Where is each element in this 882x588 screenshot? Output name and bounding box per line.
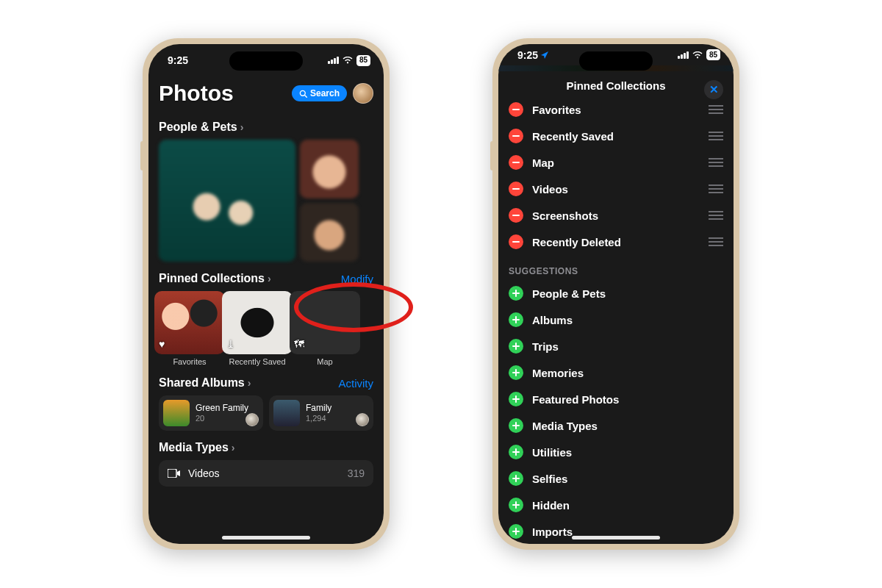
- row-label: Utilities: [532, 446, 723, 459]
- member-avatar: [356, 413, 369, 426]
- video-icon: [168, 469, 181, 478]
- suggestion-list-row[interactable]: Media Types: [509, 413, 723, 438]
- cellular-signal-icon: [328, 57, 339, 64]
- battery-indicator: 85: [706, 49, 720, 60]
- row-label: Videos: [532, 183, 700, 196]
- remove-button[interactable]: [509, 129, 523, 143]
- suggestions-heading: Suggestions: [509, 256, 723, 279]
- pinned-tile[interactable]: 🗺Map: [294, 291, 356, 366]
- location-arrow-icon: [541, 51, 548, 59]
- drag-handle-icon[interactable]: [709, 132, 723, 140]
- remove-button[interactable]: [509, 208, 523, 223]
- section-pinned-collections[interactable]: Pinned Collections›: [159, 272, 271, 285]
- suggestion-list-row[interactable]: Hidden: [509, 492, 723, 517]
- dynamic-island: [229, 51, 303, 71]
- add-button[interactable]: [509, 471, 523, 486]
- media-type-label: Videos: [188, 467, 340, 479]
- suggestion-list-row[interactable]: People & Pets: [509, 281, 723, 306]
- add-button[interactable]: [509, 312, 523, 327]
- modify-button[interactable]: Modify: [341, 273, 373, 285]
- drag-handle-icon[interactable]: [709, 105, 723, 114]
- section-shared-albums[interactable]: Shared Albums›: [159, 376, 251, 390]
- add-button[interactable]: [509, 418, 523, 433]
- shared-thumb: [163, 400, 190, 426]
- activity-button[interactable]: Activity: [338, 377, 373, 390]
- media-type-count: 319: [348, 467, 365, 479]
- row-label: Trips: [532, 340, 723, 353]
- pinned-list-row[interactable]: Screenshots: [509, 203, 723, 228]
- row-label: People & Pets: [532, 287, 723, 300]
- remove-button[interactable]: [509, 234, 523, 249]
- home-indicator[interactable]: [222, 536, 310, 539]
- section-media-types[interactable]: Media Types›: [159, 441, 235, 454]
- pinned-tile[interactable]: ⤓Recently Saved: [226, 291, 288, 366]
- add-button[interactable]: [509, 392, 523, 406]
- shared-album-name: Family: [306, 404, 331, 413]
- shared-album-card[interactable]: Family1,294: [269, 395, 373, 431]
- people-tile[interactable]: [300, 203, 359, 262]
- add-button[interactable]: [509, 365, 523, 380]
- cellular-signal-icon: [678, 51, 689, 59]
- row-label: Hidden: [532, 499, 723, 512]
- add-button[interactable]: [509, 524, 523, 539]
- add-button[interactable]: [509, 498, 523, 512]
- row-label: Selfies: [532, 473, 723, 485]
- add-button[interactable]: [509, 445, 523, 459]
- pinned-caption: Recently Saved: [229, 357, 285, 366]
- sheet-title: Pinned Collections: [566, 79, 665, 92]
- remove-button[interactable]: [509, 102, 523, 117]
- row-label: Recently Saved: [532, 130, 700, 143]
- pinned-list-row[interactable]: Favorites: [509, 97, 723, 122]
- suggestion-list-row[interactable]: Memories: [509, 360, 723, 385]
- search-button[interactable]: Search: [292, 85, 347, 101]
- suggestion-list-row[interactable]: Imports: [509, 519, 723, 544]
- suggestion-list-row[interactable]: Albums: [509, 307, 723, 332]
- pinned-list-row[interactable]: Recently Deleted: [509, 229, 723, 254]
- shared-thumb: [273, 400, 300, 426]
- drag-handle-icon[interactable]: [709, 211, 723, 220]
- section-label: Media Types: [159, 441, 229, 454]
- media-type-row[interactable]: Videos 319: [159, 460, 373, 487]
- row-label: Featured Photos: [532, 393, 723, 406]
- drag-handle-icon[interactable]: [709, 158, 723, 167]
- remove-button[interactable]: [509, 182, 523, 196]
- row-label: Media Types: [532, 420, 723, 432]
- drag-handle-icon[interactable]: [709, 184, 723, 193]
- people-tile[interactable]: [300, 140, 359, 198]
- row-label: Albums: [532, 314, 723, 326]
- suggestion-list-row[interactable]: Trips: [509, 334, 723, 359]
- shared-album-count: 20: [196, 414, 248, 423]
- pinned-tile[interactable]: ♥Favorites: [159, 291, 220, 366]
- remove-button[interactable]: [509, 155, 523, 170]
- search-label: Search: [310, 88, 340, 98]
- row-label: Map: [532, 157, 700, 169]
- add-button[interactable]: [509, 286, 523, 301]
- dynamic-island: [579, 51, 653, 71]
- drag-handle-icon[interactable]: [709, 237, 723, 246]
- profile-avatar[interactable]: [353, 83, 373, 104]
- people-tile[interactable]: [159, 140, 295, 262]
- pinned-thumb: ⤓: [222, 291, 293, 354]
- pinned-thumb: 🗺: [290, 291, 360, 354]
- home-indicator[interactable]: [572, 536, 660, 539]
- pinned-caption: Favorites: [173, 357, 206, 366]
- shared-album-count: 1,294: [306, 414, 331, 423]
- pinned-list-row[interactable]: Recently Saved: [509, 123, 723, 148]
- row-label: Recently Deleted: [532, 236, 700, 248]
- add-button[interactable]: [509, 339, 523, 354]
- chevron-right-icon: ›: [240, 121, 244, 133]
- pinned-list-row[interactable]: Videos: [509, 176, 723, 201]
- battery-indicator: 85: [356, 55, 370, 66]
- shared-album-card[interactable]: Green Family20: [159, 395, 263, 431]
- status-time: 9:25: [517, 49, 538, 61]
- suggestion-list-row[interactable]: Selfies: [509, 466, 723, 491]
- pinned-list-row[interactable]: Map: [509, 150, 723, 175]
- suggestion-list-row[interactable]: Featured Photos: [509, 387, 723, 412]
- member-avatar: [245, 413, 259, 426]
- section-people-pets[interactable]: People & Pets›: [159, 121, 373, 134]
- shared-album-name: Green Family: [196, 404, 248, 413]
- row-label: Memories: [532, 367, 723, 379]
- suggestion-list-row[interactable]: Utilities: [509, 440, 723, 465]
- chevron-right-icon: ›: [248, 377, 251, 389]
- search-icon: [299, 90, 307, 98]
